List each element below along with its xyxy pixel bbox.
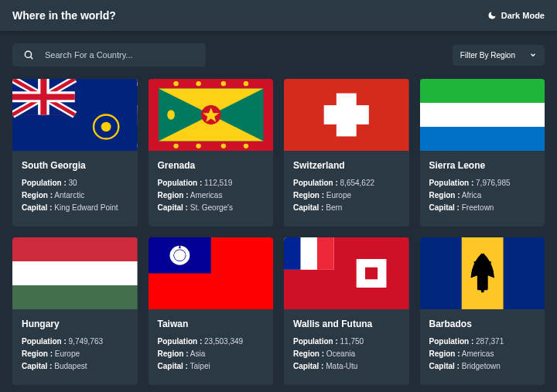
country-info: Switzerland Population : 8,654,622 Regio… xyxy=(284,151,409,227)
country-meta: Population : 9,749,763 Region : Europe C… xyxy=(22,336,128,373)
country-card[interactable]: Hungary Population : 9,749,763 Region : … xyxy=(12,237,138,385)
darkmode-toggle[interactable]: Dark Mode xyxy=(487,11,545,20)
country-name: Grenada xyxy=(158,160,265,171)
country-name: Taiwan xyxy=(158,319,265,329)
country-card[interactable]: Taiwan Population : 23,503,349 Region : … xyxy=(149,237,274,385)
country-card[interactable]: Switzerland Population : 8,654,622 Regio… xyxy=(284,79,409,227)
flag-image xyxy=(420,237,545,309)
country-info: Hungary Population : 9,749,763 Region : … xyxy=(12,309,138,385)
country-meta: Population : 23,503,349 Region : Asia Ca… xyxy=(158,336,265,373)
page-title: Where in the world? xyxy=(12,9,116,22)
country-meta: Population : 112,519 Region : Americas C… xyxy=(158,177,265,214)
search-icon xyxy=(23,49,34,60)
country-meta: Population : 11,750 Region : Oceania Cap… xyxy=(293,336,400,373)
country-name: South Georgia xyxy=(22,160,128,171)
controls-bar: Filter By Region xyxy=(0,31,557,79)
country-info: Barbados Population : 287,371 Region : A… xyxy=(420,309,545,385)
country-card[interactable]: South Georgia Population : 30 Region : A… xyxy=(12,79,138,227)
country-card[interactable]: Wallis and Futuna Population : 11,750 Re… xyxy=(284,237,409,385)
country-grid: South Georgia Population : 30 Region : A… xyxy=(0,79,557,392)
flag-image xyxy=(284,79,409,151)
country-info: Grenada Population : 112,519 Region : Am… xyxy=(149,151,274,227)
flag-image xyxy=(149,79,274,151)
country-meta: Population : 7,976,985 Region : Africa C… xyxy=(429,177,536,214)
country-info: Taiwan Population : 23,503,349 Region : … xyxy=(149,309,274,385)
country-name: Switzerland xyxy=(293,160,400,171)
country-info: South Georgia Population : 30 Region : A… xyxy=(12,151,138,227)
flag-image xyxy=(420,79,545,151)
search-input[interactable] xyxy=(45,50,195,60)
svg-point-0 xyxy=(25,51,31,57)
country-meta: Population : 30 Region : Antarctic Capit… xyxy=(22,177,128,214)
country-meta: Population : 287,371 Region : Americas C… xyxy=(429,336,536,373)
region-filter[interactable]: Filter By Region xyxy=(453,45,545,66)
country-card[interactable]: Sierra Leone Population : 7,976,985 Regi… xyxy=(420,79,545,227)
country-name: Hungary xyxy=(22,319,128,329)
country-card[interactable]: Grenada Population : 112,519 Region : Am… xyxy=(149,79,274,227)
darkmode-label: Dark Mode xyxy=(501,11,545,20)
svg-line-1 xyxy=(30,56,32,59)
country-card[interactable]: Barbados Population : 287,371 Region : A… xyxy=(420,237,545,385)
country-info: Wallis and Futuna Population : 11,750 Re… xyxy=(284,309,409,385)
country-name: Sierra Leone xyxy=(429,160,536,171)
country-name: Barbados xyxy=(429,319,536,329)
flag-image xyxy=(284,237,409,309)
country-meta: Population : 8,654,622 Region : Europe C… xyxy=(293,177,400,214)
flag-image xyxy=(12,79,138,151)
flag-image xyxy=(149,237,274,309)
country-info: Sierra Leone Population : 7,976,985 Regi… xyxy=(420,151,545,227)
moon-icon xyxy=(487,11,497,20)
chevron-down-icon xyxy=(529,51,537,59)
search-box[interactable] xyxy=(12,43,206,66)
filter-label: Filter By Region xyxy=(460,51,515,60)
country-name: Wallis and Futuna xyxy=(293,319,400,329)
header: Where in the world? Dark Mode xyxy=(0,0,557,31)
flag-image xyxy=(12,237,138,309)
